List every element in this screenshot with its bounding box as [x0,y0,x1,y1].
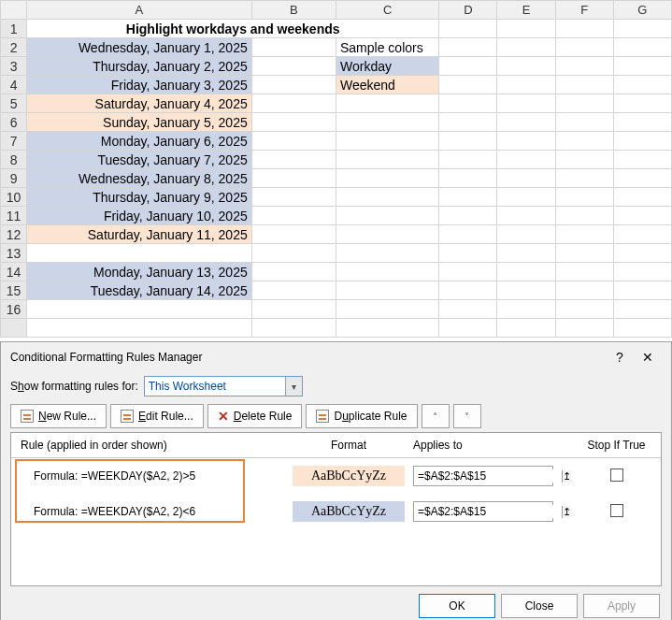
cell[interactable] [336,188,438,207]
cell[interactable] [336,263,438,281]
date-cell[interactable] [27,300,252,319]
delete-rule-button[interactable]: ✕Delete Rule [207,404,303,428]
cell[interactable] [555,263,613,281]
cell[interactable] [497,76,555,94]
row-header[interactable]: 9 [1,169,27,188]
cell[interactable] [251,132,336,151]
cell[interactable] [497,20,555,38]
row-header[interactable]: 11 [1,207,27,225]
cell[interactable] [439,300,497,319]
cell[interactable] [336,300,438,319]
date-cell[interactable]: Monday, January 13, 2025 [27,263,252,281]
col-F[interactable]: F [555,1,613,20]
cell[interactable] [336,225,438,244]
cell[interactable] [555,94,613,113]
sample-weekend[interactable]: Weekend [336,76,438,94]
applies-to-input[interactable]: ↥ [413,501,553,522]
cell[interactable] [555,76,613,94]
cell[interactable] [251,151,336,169]
cell[interactable] [251,38,336,57]
cell[interactable] [497,225,555,244]
cell[interactable] [439,263,497,281]
cell[interactable] [555,113,613,132]
cell[interactable] [555,38,613,57]
apply-button[interactable]: Apply [583,594,660,618]
cell[interactable] [251,76,336,94]
cell[interactable] [613,300,671,319]
cell[interactable] [555,188,613,207]
cell[interactable] [555,151,613,169]
cell[interactable] [555,281,613,300]
cell[interactable] [336,281,438,300]
date-cell[interactable]: Friday, January 3, 2025 [27,76,252,94]
scope-select[interactable]: This Worksheet ▾ [144,376,303,397]
cell[interactable] [439,38,497,57]
range-picker-icon[interactable]: ↥ [562,470,571,483]
cell[interactable] [439,76,497,94]
ok-button[interactable]: OK [419,594,495,618]
date-cell[interactable]: Sunday, January 5, 2025 [27,113,252,132]
cell[interactable] [251,113,336,132]
cell[interactable] [497,57,555,76]
col-B[interactable]: B [251,1,336,20]
cell[interactable] [439,244,497,263]
row-header[interactable]: 16 [1,300,27,319]
cell[interactable] [497,300,555,319]
cell[interactable] [336,94,438,113]
sample-workday[interactable]: Workday [336,57,438,76]
applies-to-input[interactable]: ↥ [413,466,553,486]
col-C[interactable]: C [336,1,438,20]
row-header[interactable]: 2 [1,38,27,57]
cell[interactable] [497,263,555,281]
cell[interactable] [439,132,497,151]
cell[interactable] [251,244,336,263]
row-header[interactable]: 14 [1,263,27,281]
cell[interactable] [497,132,555,151]
cell[interactable] [497,281,555,300]
date-cell[interactable]: Saturday, January 11, 2025 [27,225,252,244]
cell[interactable] [613,207,671,225]
cell[interactable] [336,244,438,263]
col-E[interactable]: E [497,1,555,20]
row-header[interactable]: 4 [1,76,27,94]
cell[interactable] [336,132,438,151]
cell[interactable] [336,113,438,132]
row-header[interactable]: 12 [1,225,27,244]
cell[interactable] [613,263,671,281]
date-cell[interactable]: Saturday, January 4, 2025 [27,94,252,113]
sample-header[interactable]: Sample colors [336,38,438,57]
cell[interactable] [613,244,671,263]
stop-if-true-checkbox[interactable] [610,469,623,482]
move-up-button[interactable]: ˄ [422,404,450,428]
cell[interactable] [439,113,497,132]
cell[interactable] [555,300,613,319]
spreadsheet[interactable]: A B C D E F G 1Highlight workdays and we… [0,0,672,338]
cell[interactable] [613,94,671,113]
row-header[interactable]: 13 [1,244,27,263]
cell[interactable] [555,225,613,244]
cell[interactable] [613,113,671,132]
row-header[interactable]: 6 [1,113,27,132]
cell[interactable] [251,169,336,188]
cell[interactable] [555,132,613,151]
cell[interactable] [251,94,336,113]
cell[interactable] [251,300,336,319]
date-cell[interactable]: Wednesday, January 1, 2025 [27,38,252,57]
row-header[interactable]: 1 [1,20,27,38]
title-cell[interactable]: Highlight workdays and weekends [27,20,439,38]
col-A[interactable]: A [27,1,252,20]
row-header[interactable]: 3 [1,57,27,76]
cell[interactable] [497,244,555,263]
cell[interactable] [613,20,671,38]
cell[interactable] [613,132,671,151]
close-button[interactable]: ✕ [634,350,662,365]
cell[interactable] [251,263,336,281]
cell[interactable] [555,57,613,76]
cell[interactable] [439,281,497,300]
row-header[interactable]: 10 [1,188,27,207]
cell[interactable] [613,151,671,169]
cell[interactable] [613,38,671,57]
duplicate-rule-button[interactable]: Duplicate Rule [306,404,417,428]
cell[interactable] [251,57,336,76]
cell[interactable] [555,207,613,225]
